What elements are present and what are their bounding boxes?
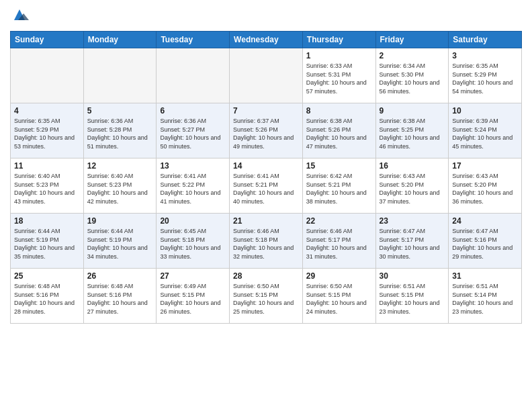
day-cell: 26Sunrise: 6:48 AMSunset: 5:16 PMDayligh…	[83, 269, 157, 324]
day-number: 28	[233, 271, 299, 281]
day-number: 18	[14, 216, 80, 226]
day-cell: 15Sunrise: 6:42 AMSunset: 5:21 PMDayligh…	[302, 158, 375, 214]
col-header-saturday: Saturday	[449, 32, 522, 48]
day-info: Sunrise: 6:46 AMSunset: 5:17 PMDaylight:…	[306, 227, 372, 261]
day-number: 2	[380, 51, 445, 60]
calendar: SundayMondayTuesdayWednesdayThursdayFrid…	[10, 31, 522, 324]
day-info: Sunrise: 6:48 AMSunset: 5:16 PMDaylight:…	[87, 282, 153, 316]
day-cell: 7Sunrise: 6:37 AMSunset: 5:26 PMDaylight…	[230, 103, 303, 158]
day-info: Sunrise: 6:42 AMSunset: 5:21 PMDaylight:…	[306, 172, 372, 205]
day-info: Sunrise: 6:34 AMSunset: 5:30 PMDaylight:…	[380, 62, 445, 95]
day-info: Sunrise: 6:40 AMSunset: 5:23 PMDaylight:…	[14, 172, 80, 205]
day-info: Sunrise: 6:45 AMSunset: 5:18 PMDaylight:…	[160, 227, 226, 261]
day-number: 16	[380, 161, 445, 171]
day-info: Sunrise: 6:46 AMSunset: 5:18 PMDaylight:…	[233, 227, 299, 261]
day-number: 31	[452, 271, 518, 281]
day-info: Sunrise: 6:41 AMSunset: 5:22 PMDaylight:…	[160, 172, 226, 205]
day-info: Sunrise: 6:50 AMSunset: 5:15 PMDaylight:…	[233, 282, 299, 316]
day-info: Sunrise: 6:40 AMSunset: 5:23 PMDaylight:…	[87, 172, 153, 205]
day-number: 4	[14, 106, 80, 116]
day-info: Sunrise: 6:47 AMSunset: 5:17 PMDaylight:…	[380, 227, 445, 261]
day-cell: 12Sunrise: 6:40 AMSunset: 5:23 PMDayligh…	[83, 158, 157, 214]
day-info: Sunrise: 6:44 AMSunset: 5:19 PMDaylight:…	[87, 227, 153, 261]
day-number: 11	[14, 161, 80, 171]
day-number: 13	[160, 161, 226, 171]
day-cell: 17Sunrise: 6:43 AMSunset: 5:20 PMDayligh…	[449, 158, 522, 214]
day-info: Sunrise: 6:35 AMSunset: 5:29 PMDaylight:…	[14, 117, 80, 150]
col-header-monday: Monday	[83, 32, 157, 48]
day-cell: 1Sunrise: 6:33 AMSunset: 5:31 PMDaylight…	[302, 48, 375, 103]
day-info: Sunrise: 6:43 AMSunset: 5:20 PMDaylight:…	[452, 172, 518, 205]
day-info: Sunrise: 6:36 AMSunset: 5:28 PMDaylight:…	[87, 117, 153, 150]
day-info: Sunrise: 6:38 AMSunset: 5:26 PMDaylight:…	[306, 117, 372, 150]
day-cell: 23Sunrise: 6:47 AMSunset: 5:17 PMDayligh…	[375, 214, 449, 269]
day-cell: 30Sunrise: 6:51 AMSunset: 5:15 PMDayligh…	[375, 269, 449, 324]
day-info: Sunrise: 6:49 AMSunset: 5:15 PMDaylight:…	[160, 282, 226, 316]
day-cell: 19Sunrise: 6:44 AMSunset: 5:19 PMDayligh…	[83, 214, 157, 269]
day-number: 29	[306, 271, 372, 281]
day-cell: 25Sunrise: 6:48 AMSunset: 5:16 PMDayligh…	[11, 269, 84, 324]
day-cell: 24Sunrise: 6:47 AMSunset: 5:16 PMDayligh…	[449, 214, 522, 269]
day-number: 3	[452, 51, 518, 60]
day-cell: 20Sunrise: 6:45 AMSunset: 5:18 PMDayligh…	[157, 214, 230, 269]
day-number: 20	[160, 216, 226, 226]
day-number: 8	[306, 106, 372, 116]
day-info: Sunrise: 6:51 AMSunset: 5:14 PMDaylight:…	[452, 282, 518, 316]
logo-icon	[10, 7, 29, 26]
day-number: 22	[306, 216, 372, 226]
day-info: Sunrise: 6:51 AMSunset: 5:15 PMDaylight:…	[380, 282, 445, 316]
day-cell: 5Sunrise: 6:36 AMSunset: 5:28 PMDaylight…	[83, 103, 157, 158]
day-number: 5	[87, 106, 153, 116]
day-info: Sunrise: 6:35 AMSunset: 5:29 PMDaylight:…	[452, 62, 518, 95]
day-info: Sunrise: 6:44 AMSunset: 5:19 PMDaylight:…	[14, 227, 80, 261]
day-number: 9	[380, 106, 445, 116]
day-number: 26	[87, 271, 153, 281]
day-info: Sunrise: 6:36 AMSunset: 5:27 PMDaylight:…	[160, 117, 226, 150]
day-info: Sunrise: 6:33 AMSunset: 5:31 PMDaylight:…	[306, 62, 372, 95]
day-info: Sunrise: 6:47 AMSunset: 5:16 PMDaylight:…	[452, 227, 518, 261]
calendar-header-row: SundayMondayTuesdayWednesdayThursdayFrid…	[11, 32, 522, 48]
day-number: 21	[233, 216, 299, 226]
week-row-3: 11Sunrise: 6:40 AMSunset: 5:23 PMDayligh…	[11, 158, 522, 214]
day-info: Sunrise: 6:38 AMSunset: 5:25 PMDaylight:…	[380, 117, 445, 150]
day-cell: 22Sunrise: 6:46 AMSunset: 5:17 PMDayligh…	[302, 214, 375, 269]
week-row-1: 1Sunrise: 6:33 AMSunset: 5:31 PMDaylight…	[11, 48, 522, 103]
col-header-thursday: Thursday	[302, 32, 375, 48]
day-cell: 31Sunrise: 6:51 AMSunset: 5:14 PMDayligh…	[449, 269, 522, 324]
day-cell: 27Sunrise: 6:49 AMSunset: 5:15 PMDayligh…	[157, 269, 230, 324]
day-info: Sunrise: 6:43 AMSunset: 5:20 PMDaylight:…	[380, 172, 445, 205]
day-cell: 8Sunrise: 6:38 AMSunset: 5:26 PMDaylight…	[302, 103, 375, 158]
day-cell	[83, 48, 157, 103]
day-cell: 9Sunrise: 6:38 AMSunset: 5:25 PMDaylight…	[375, 103, 449, 158]
header	[10, 7, 522, 26]
day-number: 14	[233, 161, 299, 171]
day-cell	[230, 48, 303, 103]
day-number: 30	[380, 271, 445, 281]
page: SundayMondayTuesdayWednesdayThursdayFrid…	[0, 0, 532, 411]
day-cell: 6Sunrise: 6:36 AMSunset: 5:27 PMDaylight…	[157, 103, 230, 158]
day-cell: 4Sunrise: 6:35 AMSunset: 5:29 PMDaylight…	[11, 103, 84, 158]
day-number: 24	[452, 216, 518, 226]
week-row-5: 25Sunrise: 6:48 AMSunset: 5:16 PMDayligh…	[11, 269, 522, 324]
day-cell: 28Sunrise: 6:50 AMSunset: 5:15 PMDayligh…	[230, 269, 303, 324]
day-info: Sunrise: 6:39 AMSunset: 5:24 PMDaylight:…	[452, 117, 518, 150]
day-cell: 3Sunrise: 6:35 AMSunset: 5:29 PMDaylight…	[449, 48, 522, 103]
day-number: 6	[160, 106, 226, 116]
week-row-4: 18Sunrise: 6:44 AMSunset: 5:19 PMDayligh…	[11, 214, 522, 269]
day-cell: 11Sunrise: 6:40 AMSunset: 5:23 PMDayligh…	[11, 158, 84, 214]
day-cell: 14Sunrise: 6:41 AMSunset: 5:21 PMDayligh…	[230, 158, 303, 214]
day-cell	[11, 48, 84, 103]
day-number: 19	[87, 216, 153, 226]
day-cell: 2Sunrise: 6:34 AMSunset: 5:30 PMDaylight…	[375, 48, 449, 103]
day-cell: 21Sunrise: 6:46 AMSunset: 5:18 PMDayligh…	[230, 214, 303, 269]
col-header-wednesday: Wednesday	[230, 32, 303, 48]
day-cell: 29Sunrise: 6:50 AMSunset: 5:15 PMDayligh…	[302, 269, 375, 324]
day-number: 7	[233, 106, 299, 116]
day-cell: 16Sunrise: 6:43 AMSunset: 5:20 PMDayligh…	[375, 158, 449, 214]
day-number: 10	[452, 106, 518, 116]
day-number: 23	[380, 216, 445, 226]
day-cell: 13Sunrise: 6:41 AMSunset: 5:22 PMDayligh…	[157, 158, 230, 214]
day-info: Sunrise: 6:48 AMSunset: 5:16 PMDaylight:…	[14, 282, 80, 316]
day-info: Sunrise: 6:50 AMSunset: 5:15 PMDaylight:…	[306, 282, 372, 316]
day-info: Sunrise: 6:41 AMSunset: 5:21 PMDaylight:…	[233, 172, 299, 205]
